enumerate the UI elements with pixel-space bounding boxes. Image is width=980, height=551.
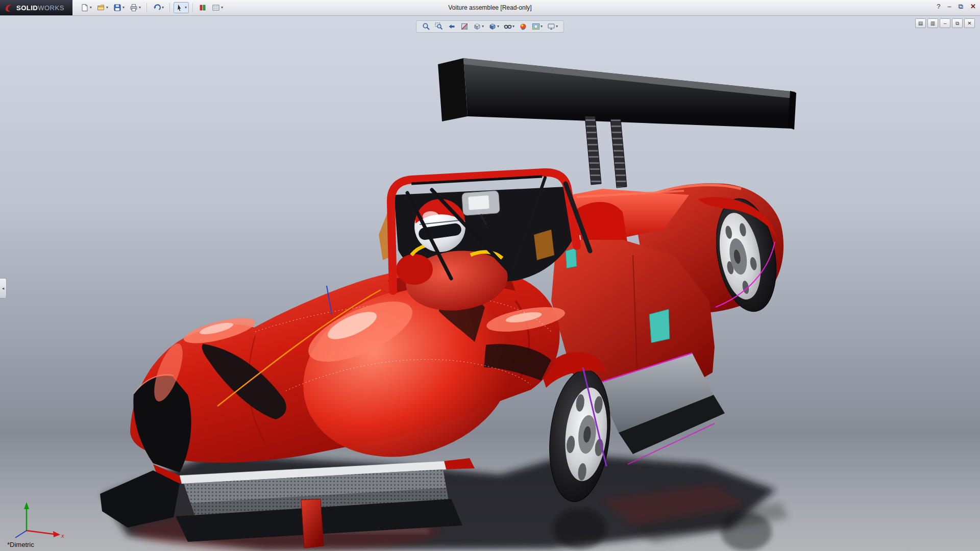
hide-show-items-button[interactable]: ▾	[503, 22, 516, 31]
standard-toolbar: ▾ ▾ ▾ ▾ ▾	[79, 2, 225, 13]
splitter-pylon[interactable]	[301, 499, 324, 548]
display-style-icon	[488, 22, 497, 31]
triad-y-axis	[24, 502, 29, 531]
edit-appearance-button[interactable]	[518, 22, 528, 31]
doc-restore-button[interactable]: ⧉	[952, 18, 963, 28]
zoom-to-area-button[interactable]	[434, 22, 444, 31]
view-orientation-cube-icon	[473, 22, 481, 31]
triad-x-axis: x	[27, 531, 64, 539]
previous-view-button[interactable]	[447, 22, 457, 31]
dropdown-caret[interactable]: ▾	[512, 24, 514, 29]
dropdown-caret[interactable]: ▾	[221, 6, 223, 10]
doc-pane-b-button[interactable]: ▥	[927, 18, 938, 28]
section-view-icon	[460, 22, 469, 31]
component-colors-button[interactable]	[197, 2, 209, 13]
restore-button[interactable]: ⧉	[959, 3, 963, 11]
help-button[interactable]: ?	[937, 3, 940, 11]
dropdown-caret[interactable]: ▾	[497, 24, 499, 29]
window-controls: ? – ⧉ ✕	[937, 3, 976, 11]
component-colors-icon	[199, 4, 207, 12]
undo-icon	[153, 4, 161, 12]
apply-scene-button[interactable]: ▾	[531, 22, 544, 31]
dropdown-caret[interactable]: ▾	[556, 24, 558, 29]
wing-struts[interactable]	[585, 116, 627, 188]
hide-show-items-icon	[504, 22, 512, 31]
view-settings-button[interactable]: ▾	[546, 22, 559, 31]
svg-text:x: x	[61, 533, 64, 539]
close-button[interactable]: ✕	[970, 3, 976, 11]
origin-triad: x	[6, 499, 67, 540]
open-button[interactable]: ▾	[95, 2, 110, 13]
teal-cockpit-panel[interactable]	[566, 248, 577, 268]
dropdown-caret[interactable]: ▾	[185, 6, 187, 10]
view-settings-icon	[547, 22, 555, 31]
toolbar-separator	[192, 3, 193, 12]
dropdown-caret[interactable]: ▾	[122, 6, 125, 10]
triad-z-axis	[15, 531, 27, 538]
teal-side-panel[interactable]	[649, 309, 670, 343]
toolbar-separator	[146, 3, 147, 12]
section-view-button[interactable]	[459, 22, 470, 31]
new-document-button[interactable]: ▾	[79, 2, 94, 13]
dropdown-caret[interactable]: ▾	[106, 6, 108, 10]
solidworks-brand: SOLIDWORKS	[0, 0, 72, 15]
print-button[interactable]: ▾	[128, 2, 143, 13]
zoom-to-area-icon	[435, 22, 443, 31]
solidworks-wordmark: SOLIDWORKS	[16, 4, 64, 12]
zoom-to-fit-button[interactable]	[421, 22, 431, 31]
doc-minimize-button[interactable]: –	[940, 18, 950, 28]
dropdown-caret[interactable]: ▾	[541, 24, 543, 29]
display-style-button[interactable]: ▾	[487, 22, 500, 31]
view-orientation-label: *Dimetric	[7, 541, 34, 548]
toolbar-separator	[169, 3, 170, 12]
new-document-icon	[81, 4, 89, 12]
doc-close-button[interactable]: ✕	[964, 18, 975, 28]
race-car-model[interactable]	[0, 15, 980, 551]
rear-wing[interactable]	[438, 58, 796, 130]
save-button[interactable]: ▾	[111, 2, 127, 13]
view-orientation-button[interactable]: ▾	[472, 22, 485, 31]
dropdown-caret[interactable]: ▾	[139, 6, 141, 10]
featuremanager-collapsed-tab[interactable]: ◂	[0, 278, 7, 298]
document-title: Voiture assemblee [Read-only]	[448, 4, 531, 11]
graphics-area[interactable]: ▾ ▾ ▾	[0, 15, 980, 551]
edit-appearance-icon	[519, 22, 527, 31]
document-window-controls: ▤ ▥ – ⧉ ✕	[915, 18, 975, 28]
dropdown-caret[interactable]: ▾	[482, 24, 484, 29]
titlebar: SOLIDWORKS ▾ ▾ ▾	[0, 0, 980, 16]
print-icon	[130, 4, 138, 12]
heads-up-view-toolbar: ▾ ▾ ▾	[416, 20, 564, 33]
options-grid-icon	[212, 4, 220, 12]
options-button[interactable]: ▾	[210, 2, 225, 13]
previous-view-icon	[448, 22, 456, 31]
dropdown-caret[interactable]: ▾	[90, 6, 92, 10]
apply-scene-icon	[532, 22, 540, 31]
save-floppy-icon	[113, 4, 121, 12]
solidworks-logo-icon	[4, 3, 13, 12]
doc-pane-a-button[interactable]: ▤	[915, 18, 926, 28]
select-button[interactable]: ▾	[174, 2, 189, 13]
zoom-to-fit-icon	[422, 22, 430, 31]
open-folder-icon	[97, 4, 105, 12]
undo-button[interactable]: ▾	[151, 2, 166, 13]
select-cursor-icon	[176, 4, 184, 12]
minimize-button[interactable]: –	[948, 3, 951, 11]
dropdown-caret[interactable]: ▾	[162, 6, 164, 10]
